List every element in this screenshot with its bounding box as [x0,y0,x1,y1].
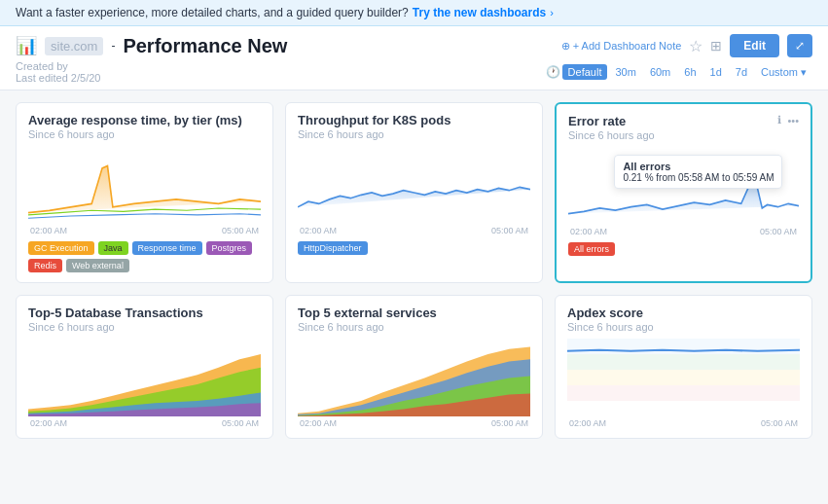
x-label-start: 02:00 AM [300,226,337,235]
banner-link[interactable]: Try the new dashboards [413,6,546,19]
x-label-start: 02:00 AM [300,418,337,428]
tooltip-value: 0.21 % from 05:58 AM to 05:59 AM [623,172,774,183]
tag-redis: Redis [28,259,62,272]
card-header: Error rate Since 6 hours ago ℹ ••• [568,114,799,147]
chart-area [298,339,530,416]
clock-icon: 🕐 [546,65,560,79]
time-btn-default[interactable]: Default [562,64,608,80]
card-title: Error rate [568,114,655,128]
time-btn-6h[interactable]: 6h [678,64,702,80]
card-external-services: Top 5 external services Since 6 hours ag… [285,295,543,439]
x-label-start: 02:00 AM [570,227,607,236]
meta-info: Created by Last edited 2/5/20 [16,60,100,84]
chart-svg [298,339,530,416]
tooltip: All errors 0.21 % from 05:58 AM to 05:59… [614,155,782,189]
expand-button[interactable]: ⤢ [787,34,812,57]
info-icon[interactable]: ℹ [777,114,781,126]
last-edited: Last edited 2/5/20 [16,72,100,84]
chart-area [28,146,261,224]
x-axis: 02:00 AM 05:00 AM [567,418,800,428]
top-banner: Want a faster experience, more detailed … [0,0,828,26]
chart-svg [298,146,530,224]
tag-pg: Postgres [206,241,253,255]
site-name: site.com [45,37,103,55]
time-controls: 🕐 Default 30m 60m 6h 1d 7d Custom ▾ [546,64,812,81]
header-separator: - [111,39,115,53]
card-subtitle: Since 6 hours ago [28,128,242,140]
card-subtitle: Since 6 hours ago [298,128,530,140]
header-bottom: Created by Last edited 2/5/20 🕐 Default … [16,60,812,84]
header-actions: ⊕ + Add Dashboard Note ☆ ⊞ Edit ⤢ [561,34,812,57]
card-header: Average response time, by tier (ms) Sinc… [28,113,261,146]
tag-http: HttpDispatcher [298,241,368,255]
card-db-transactions: Top-5 Database Transactions Since 6 hour… [16,295,273,439]
svg-rect-11 [567,385,800,401]
banner-arrow: › [550,7,554,18]
x-label-end: 05:00 AM [491,418,528,428]
banner-text: Want a faster experience, more detailed … [16,6,409,19]
add-note-label: + Add Dashboard Note [573,40,682,52]
time-btn-60m[interactable]: 60m [644,64,676,80]
time-btn-1d[interactable]: 1d [704,64,728,80]
tag-java: Java [98,241,128,255]
card-subtitle: Since 6 hours ago [28,321,261,333]
page-title: Performance New [123,35,287,57]
dashboard-grid: Average response time, by tier (ms) Sinc… [0,90,828,450]
header-top: 📊 site.com - Performance New ⊕ + Add Das… [16,34,812,57]
x-axis: 02:00 AM 05:00 AM [298,226,530,235]
x-label-end: 05:00 AM [222,418,259,428]
x-axis: 02:00 AM 05:00 AM [28,226,261,235]
add-note-button[interactable]: ⊕ + Add Dashboard Note [561,40,682,53]
chart-area [28,339,261,416]
chart-area [298,146,530,224]
dashboard-icon: 📊 [16,35,37,56]
chart-area [567,339,800,416]
x-axis: 02:00 AM 05:00 AM [568,227,799,236]
time-btn-7d[interactable]: 7d [730,64,753,80]
x-label-end: 05:00 AM [491,226,528,235]
card-title: Average response time, by tier (ms) [28,113,242,127]
svg-rect-10 [567,370,800,385]
created-by: Created by [16,60,100,72]
x-label-end: 05:00 AM [760,227,797,236]
time-btn-30m[interactable]: 30m [609,64,641,80]
card-title: Apdex score [567,306,800,320]
card-subtitle: Since 6 hours ago [568,129,655,141]
card-tags: All errors [568,242,799,256]
chart-svg [28,339,261,416]
chart-svg [567,339,800,416]
card-title: Top 5 external services [298,306,530,320]
card-throughput: Throughput for K8S pods Since 6 hours ag… [285,102,543,283]
tag-web: Web external [66,259,129,272]
star-icon[interactable]: ☆ [689,37,702,55]
x-axis: 02:00 AM 05:00 AM [28,418,261,428]
card-error-rate: Error rate Since 6 hours ago ℹ ••• All e… [555,102,812,283]
tag-rt: Response time [132,241,202,255]
grid-icon[interactable]: ⊞ [710,38,722,54]
card-subtitle: Since 6 hours ago [298,321,530,333]
card-title: Throughput for K8S pods [298,113,530,127]
x-label-start: 02:00 AM [30,418,67,428]
svg-rect-9 [567,354,800,370]
x-axis: 02:00 AM 05:00 AM [298,418,530,428]
edit-button[interactable]: Edit [730,34,779,57]
tooltip-title: All errors [623,161,774,172]
x-label-start: 02:00 AM [30,226,67,235]
card-avg-response: Average response time, by tier (ms) Sinc… [16,102,273,283]
chart-area: All errors 0.21 % from 05:58 AM to 05:59… [568,147,799,225]
x-label-end: 05:00 AM [222,226,259,235]
card-tags: HttpDispatcher [298,241,530,255]
plus-icon: ⊕ [561,40,570,53]
card-apdex: Apdex score Since 6 hours ago 02:00 AM 0… [555,295,812,439]
card-subtitle: Since 6 hours ago [567,321,800,333]
tag-gc: GC Execution [28,241,94,255]
card-tags: GC Execution Java Response time Postgres… [28,241,261,272]
card-title: Top-5 Database Transactions [28,306,261,320]
x-label-end: 05:00 AM [761,418,798,428]
chart-svg [28,146,261,224]
header-left: 📊 site.com - Performance New [16,35,287,57]
time-btn-custom[interactable]: Custom ▾ [755,64,812,81]
x-label-start: 02:00 AM [569,418,606,428]
more-icon[interactable]: ••• [787,115,799,126]
card-header-actions: ℹ ••• [777,114,799,126]
